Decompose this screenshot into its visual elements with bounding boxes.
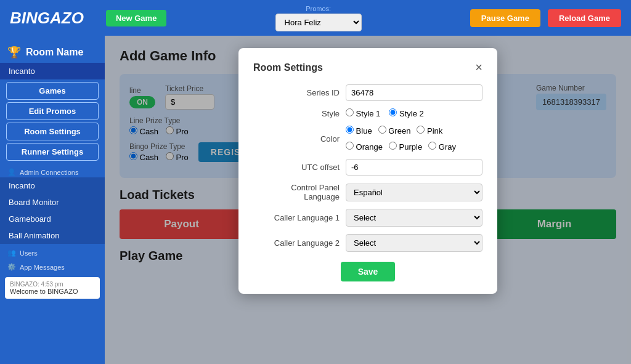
color-gray[interactable]: Gray [428,142,456,152]
color-blue[interactable]: Blue [346,126,372,135]
app-messages-icon: ⚙️ [7,263,16,271]
promos-area: Promos: Hora Feliz [176,5,460,31]
room-name: Room Name [26,47,83,58]
games-button[interactable]: Games [6,82,99,100]
users-icon: 👥 [7,249,16,257]
caller-lang2-label: Caller Language 2 [253,238,340,248]
utc-offset-input[interactable] [346,159,482,176]
users-label: Users [20,249,38,257]
room-name-header: 🏆 Room Name [0,42,105,63]
modal-title: Room Settings [253,62,323,73]
admin-connections-section[interactable]: 👤 Admin Connections [0,163,105,177]
modal-overlay: Room Settings × Series ID Style Style 1 … [105,36,631,364]
main-content: Add Game Info line ON Ticket Price Game … [105,36,631,364]
sidebar-item-ball-animation[interactable]: Ball Animation [0,227,105,244]
color-row: Color Blue Green Pink Orange Purple Gray [253,126,482,152]
admin-connections-label: Admin Connections [20,169,78,176]
style2-radio[interactable]: Style 2 [389,108,423,118]
modal-close-button[interactable]: × [475,60,482,75]
sidebar-item-gameboard[interactable]: Gameboard [0,211,105,227]
chat-message: Welcome to BINGAZO [10,288,95,295]
promos-label: Promos: [306,5,331,12]
room-settings-modal: Room Settings × Series ID Style Style 1 … [238,48,497,294]
series-id-row: Series ID [253,84,482,101]
style1-radio[interactable]: Style 1 [346,108,380,118]
layout: 🏆 Room Name Incanto Games Edit Promos Ro… [0,36,631,364]
series-id-label: Series ID [253,88,340,97]
caller-lang1-row: Caller Language 1 Select [253,209,482,227]
caller-lang2-row: Caller Language 2 Select [253,234,482,252]
room-settings-button[interactable]: Room Settings [6,123,99,140]
style-label: Style [253,109,340,118]
sidebar: 🏆 Room Name Incanto Games Edit Promos Ro… [0,36,105,364]
control-panel-lang-select[interactable]: Español English [346,184,482,201]
users-section[interactable]: 👥 Users [0,244,105,258]
style-row: Style Style 1 Style 2 [253,108,482,118]
trophy-icon: 🏆 [7,46,21,59]
color-purple[interactable]: Purple [389,142,422,152]
header-right: Pause Game Reload Game [470,9,621,27]
utc-offset-label: UTC offset [253,163,340,172]
app-messages-section[interactable]: ⚙️ App Messages [0,258,105,272]
reload-game-button[interactable]: Reload Game [548,9,621,27]
sidebar-item-incanto-top[interactable]: Incanto [0,63,105,79]
color-pink[interactable]: Pink [417,126,442,135]
color-green[interactable]: Green [378,126,411,135]
edit-promos-button[interactable]: Edit Promos [6,102,99,120]
caller-lang1-label: Caller Language 1 [253,213,340,222]
color-label: Color [253,134,340,144]
save-button[interactable]: Save [341,262,396,281]
control-panel-lang-label: Control Panel Language [253,183,340,201]
app-messages-label: App Messages [20,264,65,271]
modal-header: Room Settings × [253,60,482,75]
new-game-button[interactable]: New Game [106,10,166,26]
utc-offset-row: UTC offset [253,159,482,176]
color-orange[interactable]: Orange [346,142,383,152]
style-radios: Style 1 Style 2 [346,108,482,118]
promos-select[interactable]: Hora Feliz [275,14,362,31]
chat-time: BINGAZO: 4:53 pm [10,281,95,288]
sidebar-item-incanto[interactable]: Incanto [0,177,105,194]
control-panel-lang-row: Control Panel Language Español English [253,183,482,201]
series-id-input[interactable] [346,84,482,101]
person-icon: 👤 [7,168,16,176]
sidebar-item-board-monitor[interactable]: Board Monitor [0,194,105,211]
caller-lang2-select[interactable]: Select [346,234,482,252]
color-radios: Blue Green Pink Orange Purple Gray [346,126,482,152]
logo: BINGAZO [10,9,84,28]
chat-box: BINGAZO: 4:53 pm Welcome to BINGAZO [5,277,100,299]
runner-settings-button[interactable]: Runner Settings [6,143,99,161]
caller-lang1-select[interactable]: Select [346,209,482,227]
pause-game-button[interactable]: Pause Game [470,9,540,27]
header: BINGAZO New Game Promos: Hora Feliz Paus… [0,0,631,36]
